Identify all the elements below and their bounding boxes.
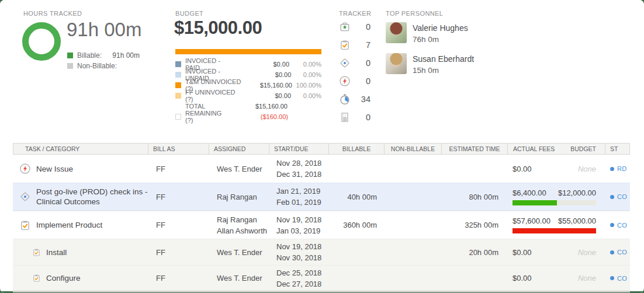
actual-fees-value: $0.00 (513, 248, 532, 257)
tracker-tasks[interactable]: 7 (339, 39, 371, 51)
start-date: Nov 28, 2018 (276, 158, 328, 169)
project-overview-page: HOURS TRACKED 91h 00m Billable: 91h 00m … (0, 0, 644, 293)
fees-budget-cell: $6,400.00 $12,000.00 (507, 189, 605, 205)
start-due-value: Nov 28, 2018 Dec 31, 2018 (269, 158, 328, 180)
table-row-subtask[interactable]: Configure FF Wes T. Ender Dec 25, 2018 D… (13, 265, 630, 291)
status-code: RD (617, 165, 627, 172)
ff-uninvoiced-amount: $0.00 (238, 92, 291, 99)
status-badge[interactable]: CO (605, 193, 630, 200)
hours-legend: Billable: 91h 00m Non-Billable: (67, 50, 140, 71)
task-icon (19, 219, 31, 231)
person-row[interactable]: Valerie Hughes 76h 0m (386, 22, 474, 45)
bill-as-value: FF (148, 193, 209, 201)
col-header-task-category: TASK / CATEGORY (13, 144, 148, 154)
budget-value: None (578, 165, 596, 173)
person-row[interactable]: Susan Eberhardt 15h 0m (386, 53, 474, 76)
tracker-issues[interactable]: 0 (339, 75, 371, 87)
task-title[interactable]: Implement Product (36, 220, 102, 230)
start-date: Dec 25, 2018 (276, 267, 328, 278)
table-row[interactable]: New Issue FF Wes T. Ender Nov 28, 2018 D… (13, 155, 630, 183)
billable-label: Billable: (77, 51, 102, 60)
person-hours: 76h 0m (413, 34, 468, 45)
task-title[interactable]: New Issue (36, 164, 73, 174)
status-badge[interactable]: RD (605, 165, 630, 172)
billable-swatch (67, 53, 73, 58)
task-title[interactable]: Configure (46, 273, 81, 283)
tracker-time-entries[interactable]: 34 (339, 93, 371, 105)
status-badge[interactable]: CO (605, 275, 630, 282)
person-name[interactable]: Susan Eberhardt (413, 53, 474, 65)
ff-uninvoiced-swatch (175, 93, 181, 99)
invoiced-paid-swatch (175, 61, 181, 67)
person-hours: 15h 0m (413, 65, 474, 76)
budget-legend: INVOICED - PAID $0.00 0.00% INVOICED - U… (175, 59, 321, 122)
billable-value: 91h 00m (112, 51, 140, 60)
timer-icon (339, 93, 351, 105)
tracker-milestones[interactable]: 0 (339, 57, 371, 69)
budget-progress-bar (513, 228, 596, 233)
table-row-subtask[interactable]: Install FF Wes T. Ender Nov 19, 2018 Nov… (13, 239, 630, 265)
budget-value: $55,000.00 (558, 217, 596, 225)
assigned-value: Raj Rangan Allan Ashworth (209, 214, 269, 236)
budget-label: BUDGET (175, 10, 203, 17)
col-header-bill-as: BILL AS (148, 144, 209, 154)
assigned-value: Raj Rangan (209, 191, 269, 203)
task-title[interactable]: Install (46, 247, 67, 257)
total-amount: $15,160.00 (229, 103, 288, 110)
fees-budget-cell: $0.00 None (507, 248, 605, 257)
table-row-selected[interactable]: Post go-live (PROD) check ins - Clinical… (13, 183, 630, 211)
invoiced-unpaid-percent: 0.00% (291, 71, 321, 78)
bill-as-value: FF (148, 165, 209, 173)
start-date: Jan 21, 2019 (276, 186, 328, 197)
non-billable-legend-row: Non-Billable: (67, 61, 140, 71)
estimated-time-value: 80h 00m (441, 193, 507, 201)
actual-fees-value: $6,400.00 (513, 189, 546, 197)
status-code: CO (617, 249, 627, 256)
assigned-value: Wes T. Ender (209, 163, 269, 175)
col-header-assigned: ASSIGNED (209, 144, 269, 154)
table-row[interactable]: Implement Product FF Raj Rangan Allan As… (13, 211, 630, 239)
invoice-icon: $ (339, 111, 351, 123)
budget-value: None (578, 248, 596, 257)
tracker-invoices[interactable]: $ 0 (339, 111, 371, 123)
status-code: CO (617, 275, 627, 282)
issue-count: 0 (351, 76, 371, 86)
tm-uninvoiced-swatch (175, 82, 181, 88)
status-badge[interactable]: CO (605, 222, 630, 229)
fees-budget-cell: $0.00 None (507, 274, 605, 282)
issue-icon (19, 163, 31, 175)
total-label: TOTAL (185, 103, 205, 110)
estimated-time-value: 325h 00m (441, 221, 507, 229)
due-date: Nov 30, 2018 (276, 252, 328, 263)
top-personnel-panel: Valerie Hughes 76h 0m Susan Eberhardt 15… (386, 22, 474, 76)
deliverable-count: 0 (351, 22, 371, 32)
budget-legend-row: REMAINING (?) ($160.00) (175, 111, 321, 122)
remaining-swatch (175, 114, 181, 120)
person-name[interactable]: Valerie Hughes (413, 22, 468, 34)
top-personnel-label: TOP PERSONNEL (386, 10, 443, 17)
invoice-count: 0 (351, 113, 371, 122)
actual-fees-value: $0.00 (513, 165, 532, 173)
billable-legend-row: Billable: 91h 00m (67, 50, 140, 61)
budget-amount: $15,000.00 (174, 18, 262, 39)
task-icon (32, 274, 41, 282)
budget-progress-bar (513, 200, 596, 205)
start-due-value: Jan 21, 2019 Feb 01, 2019 (269, 186, 328, 208)
hours-total: 91h 00m (67, 19, 141, 41)
budget-value: None (578, 274, 596, 282)
col-header-start-due: START/DUE (269, 144, 329, 154)
table-header-row: TASK / CATEGORY BILL AS ASSIGNED START/D… (13, 143, 630, 155)
assigned-value: Wes T. Ender (209, 273, 269, 284)
status-dot-icon (610, 223, 614, 227)
tracker-deliverables[interactable]: 0 (339, 21, 371, 33)
deliverable-icon (339, 21, 351, 33)
task-title[interactable]: Post go-live (PROD) check ins - Clinical… (36, 187, 148, 207)
avatar-photo (386, 22, 407, 43)
task-table: TASK / CATEGORY BILL AS ASSIGNED START/D… (13, 143, 630, 292)
milestone-icon (339, 57, 351, 69)
status-badge[interactable]: CO (605, 249, 630, 256)
invoiced-paid-percent: 0.00% (289, 61, 321, 68)
bill-as-value: FF (148, 248, 209, 257)
milestone-icon (19, 191, 31, 203)
status-code: CO (617, 222, 627, 229)
